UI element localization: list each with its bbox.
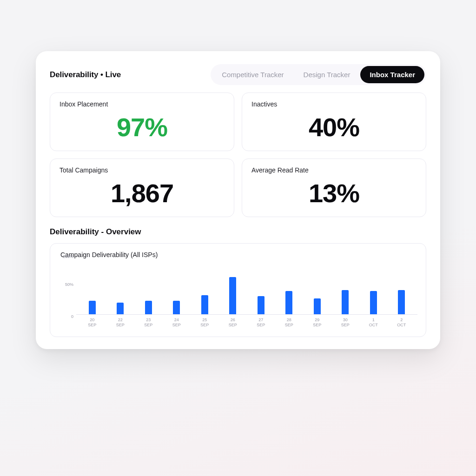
x-tick: 20SEP — [89, 317, 96, 331]
stat-label: Total Campaigns — [60, 166, 225, 174]
y-tick: 0 — [71, 314, 73, 319]
chart-bar — [145, 301, 152, 315]
chart-bar — [258, 296, 264, 314]
chart-bar — [398, 290, 405, 315]
stat-value: 97% — [117, 114, 167, 140]
x-tick: 27SEP — [258, 317, 264, 331]
stat-card: Inactives40% — [242, 93, 426, 151]
x-tick: 26SEP — [229, 317, 236, 331]
section-title: Deliverability • Live — [50, 70, 121, 79]
overview-title: Deliverability - Overview — [50, 227, 426, 237]
x-tick: 28SEP — [285, 317, 292, 331]
stat-value: 13% — [309, 180, 359, 206]
top-bar: Deliverability • Live Competitive Tracke… — [50, 64, 426, 85]
stat-card: Inbox Placement97% — [50, 93, 234, 151]
chart-bar — [229, 277, 236, 314]
chart-bar — [342, 290, 349, 315]
tab-competitive-tracker[interactable]: Competitive Tracker — [212, 66, 293, 83]
tracker-tabs: Competitive TrackerDesign TrackerInbox T… — [211, 64, 426, 85]
chart-area: 050%100% 20SEP22SEP23SEP24SEP25SEP26SEP2… — [59, 261, 417, 331]
stat-value: 40% — [309, 114, 359, 140]
x-tick: 1OCT — [370, 317, 377, 331]
tab-inbox-tracker[interactable]: Inbox Tracker — [360, 66, 424, 83]
chart-bar — [117, 303, 124, 314]
stat-value: 1,867 — [111, 180, 173, 206]
stat-label: Inbox Placement — [60, 100, 225, 108]
x-tick: 22SEP — [117, 317, 124, 331]
stat-label: Inactives — [251, 100, 416, 108]
x-tick: 25SEP — [201, 317, 208, 331]
chart-bar — [370, 291, 377, 314]
dashboard-card: Deliverability • Live Competitive Tracke… — [36, 51, 440, 349]
chart-title: Campaign Deliverability (All ISPs) — [60, 251, 417, 258]
stat-grid: Inbox Placement97%Inactives40%Total Camp… — [50, 93, 426, 217]
chart-bar — [173, 301, 180, 315]
stat-card: Average Read Rate13% — [242, 159, 426, 217]
x-tick: 24SEP — [173, 317, 180, 331]
x-tick: 30SEP — [342, 317, 349, 331]
y-tick: 50% — [65, 282, 73, 287]
x-tick: 2OCT — [398, 317, 405, 331]
chart-bar — [285, 291, 292, 314]
tab-design-tracker[interactable]: Design Tracker — [294, 66, 360, 83]
chart-bar — [89, 301, 96, 315]
chart-x-axis: 20SEP22SEP23SEP24SEP25SEP26SEP27SEP28SEP… — [76, 317, 417, 331]
chart-bar — [201, 295, 208, 314]
x-tick: 23SEP — [145, 317, 152, 331]
stat-label: Average Read Rate — [251, 166, 416, 174]
chart-plot — [76, 261, 417, 315]
chart-bar — [314, 298, 321, 314]
stat-card: Total Campaigns1,867 — [50, 159, 234, 217]
x-tick: 29SEP — [314, 317, 321, 331]
y-tick: 100% — [63, 254, 73, 259]
chart-card: Campaign Deliverability (All ISPs) 050%1… — [50, 243, 426, 337]
chart-y-axis: 050%100% — [59, 261, 76, 317]
